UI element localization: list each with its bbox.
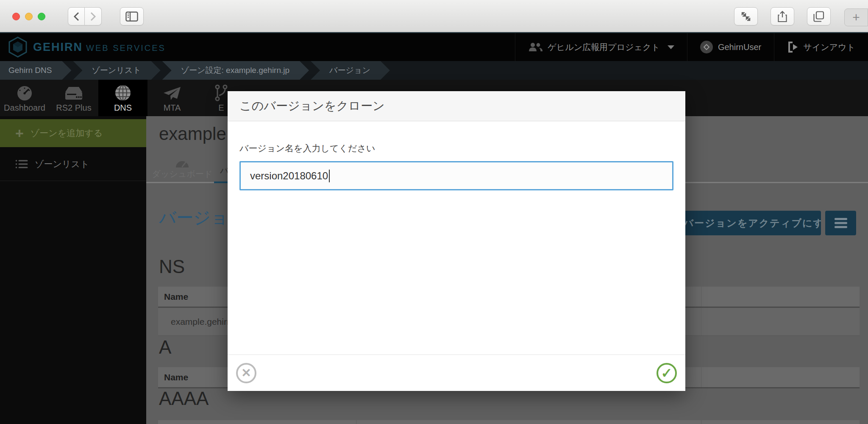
- sidebar-icon: [125, 11, 138, 22]
- clone-version-modal: このバージョンをクローン バージョン名を入力してください version2018…: [228, 91, 685, 391]
- version-name-label: バージョン名を入力してください: [239, 142, 673, 154]
- text-caret: [329, 170, 330, 182]
- close-window-button[interactable]: [12, 13, 20, 20]
- chevron-right-icon: [90, 12, 96, 21]
- new-tab-button[interactable]: +: [844, 8, 868, 26]
- chevron-left-icon: [73, 12, 79, 21]
- modal-title: このバージョンをクローン: [228, 91, 685, 121]
- check-icon: ✓: [661, 365, 673, 381]
- browser-chrome: +: [0, 0, 868, 32]
- modal-footer: ✕ ✓: [228, 354, 685, 391]
- sidebar-toggle-button[interactable]: [120, 7, 144, 25]
- back-button[interactable]: [68, 7, 85, 25]
- share-button[interactable]: [771, 7, 794, 25]
- tabs-icon: [813, 11, 824, 22]
- share-icon: [778, 11, 787, 22]
- zoom-window-button[interactable]: [38, 13, 45, 20]
- expand-icon: [741, 11, 751, 22]
- input-value: version20180610: [250, 170, 328, 182]
- confirm-button[interactable]: ✓: [657, 363, 677, 383]
- minimize-window-button[interactable]: [25, 13, 33, 20]
- fullscreen-button[interactable]: [734, 7, 758, 25]
- close-icon: ✕: [241, 366, 251, 380]
- plus-icon: +: [852, 10, 860, 25]
- tab-overview-button[interactable]: [807, 7, 831, 25]
- cancel-button[interactable]: ✕: [236, 363, 256, 383]
- traffic-lights: [12, 13, 45, 20]
- version-name-input[interactable]: version20180610: [239, 161, 673, 190]
- forward-button[interactable]: [85, 7, 102, 25]
